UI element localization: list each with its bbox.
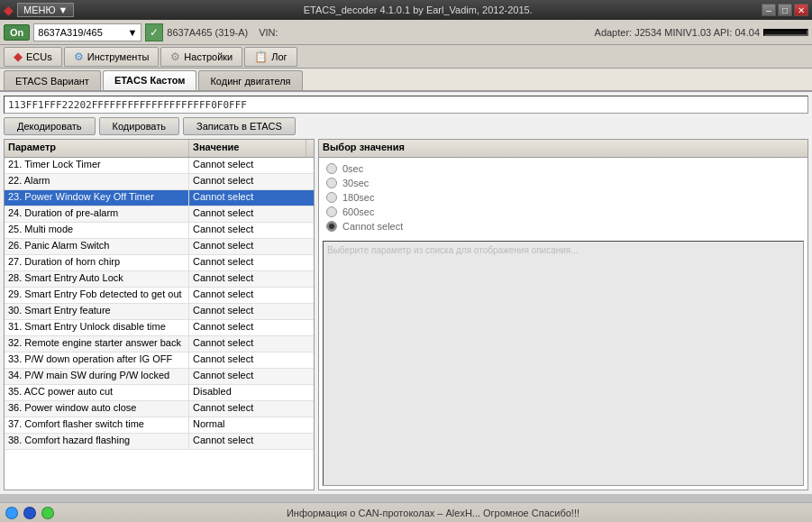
tab-engine-coding[interactable]: Кодинг двигателя xyxy=(198,70,302,90)
table-row[interactable]: 28. Smart Entry Auto Lock Cannot select xyxy=(5,271,314,288)
param-cell: 34. P/W main SW during P/W locked xyxy=(5,369,189,384)
radio-circle xyxy=(326,163,337,174)
description-area: Выберите параметр из списка для отображе… xyxy=(323,241,804,486)
table-row[interactable]: 29. Smart Entry Fob detected to get out … xyxy=(5,288,314,304)
value-cell: Cannot select xyxy=(189,158,306,173)
param-cell: 22. Alarm xyxy=(5,174,189,189)
window-title: ETACS_decoder 4.1.0.1 by Earl_Vadim, 201… xyxy=(74,5,762,15)
nav-instruments-label: Инструменты xyxy=(87,51,150,62)
device-combo[interactable]: 8637A319/465 ▼ xyxy=(33,23,141,41)
minimize-button[interactable]: – xyxy=(762,4,776,16)
param-cell: 21. Timer Lock Timer xyxy=(5,158,189,173)
value-cell: Cannot select xyxy=(189,304,306,319)
tab-etacs-custom-label: ETACS Кастом xyxy=(114,75,186,86)
param-cell: 29. Smart Entry Fob detected to get out xyxy=(5,288,189,303)
tab-etacs-variant[interactable]: ETACS Вариант xyxy=(4,70,101,90)
hex-input[interactable] xyxy=(4,96,808,114)
param-cell: 37. Comfort flasher switch time xyxy=(5,417,189,433)
instruments-icon: ⚙ xyxy=(74,50,84,63)
table-row[interactable]: 34. P/W main SW during P/W locked Cannot… xyxy=(5,369,314,385)
radio-options: 0sec 30sec 180sec 600sec Cannot select xyxy=(319,158,807,237)
radio-option-cannot-select[interactable]: Cannot select xyxy=(326,221,800,232)
combo-arrow: ▼ xyxy=(127,27,137,38)
table-area: Параметр Значение 21. Timer Lock Timer C… xyxy=(4,139,808,490)
radio-circle xyxy=(326,206,337,217)
table-row[interactable]: 38. Comfort hazard flashing Cannot selec… xyxy=(5,434,314,450)
nav-settings[interactable]: ⚙ Настройки xyxy=(160,47,242,67)
param-column-header: Параметр xyxy=(5,140,189,157)
led-display xyxy=(763,29,808,36)
button-row: Декодировать Кодировать Записать в ETACS xyxy=(4,117,808,135)
radio-label: 0sec xyxy=(342,163,363,174)
table-row[interactable]: 26. Panic Alarm Switch Cannot select xyxy=(5,239,314,255)
status-dot-3 xyxy=(41,507,54,519)
status-dot-2 xyxy=(23,507,36,519)
value-cell: Cannot select xyxy=(189,271,306,287)
param-cell: 33. P/W down operation after IG OFF xyxy=(5,353,189,368)
nav-log[interactable]: 📋 Лог xyxy=(244,47,297,67)
nav-instruments[interactable]: ⚙ Инструменты xyxy=(64,47,160,67)
value-cell: Cannot select xyxy=(189,223,306,238)
param-cell: 30. Smart Entry feature xyxy=(5,304,189,319)
table-row[interactable]: 33. P/W down operation after IG OFF Cann… xyxy=(5,353,314,369)
table-row[interactable]: 36. Power window auto close Cannot selec… xyxy=(5,401,314,417)
value-cell: Cannot select xyxy=(189,190,306,206)
value-cell: Cannot select xyxy=(189,288,306,303)
table-row[interactable]: 24. Duration of pre-alarm Cannot select xyxy=(5,206,314,223)
radio-option-600sec[interactable]: 600sec xyxy=(326,206,800,217)
nav-log-label: Лог xyxy=(271,51,287,62)
value-cell: Cannot select xyxy=(189,369,306,384)
value-selector-panel: Выбор значения 0sec 30sec 180sec 600sec … xyxy=(318,139,808,490)
check-button[interactable]: ✓ xyxy=(145,23,163,41)
radio-option-30sec[interactable]: 30sec xyxy=(326,178,800,188)
table-row[interactable]: 35. ACC power auto cut Disabled xyxy=(5,385,314,401)
table-row[interactable]: 22. Alarm Cannot select xyxy=(5,174,314,190)
param-cell: 27. Duration of horn chirp xyxy=(5,255,189,270)
nav-bar: ◆ ECUs ⚙ Инструменты ⚙ Настройки 📋 Лог xyxy=(0,45,812,69)
menu-label: МЕНЮ xyxy=(23,5,56,15)
table-row[interactable]: 21. Timer Lock Timer Cannot select xyxy=(5,158,314,174)
tab-etacs-variant-label: ETACS Вариант xyxy=(15,76,89,87)
table-row[interactable]: 25. Multi mode Cannot select xyxy=(5,223,314,239)
param-cell: 35. ACC power auto cut xyxy=(5,385,189,400)
status-dot-1 xyxy=(5,507,18,519)
value-cell: Cannot select xyxy=(189,320,306,335)
radio-circle xyxy=(326,192,337,203)
tab-etacs-custom[interactable]: ETACS Кастом xyxy=(103,70,197,90)
on-button[interactable]: On xyxy=(4,24,30,41)
value-cell: Cannot select xyxy=(189,255,306,270)
param-cell: 25. Multi mode xyxy=(5,223,189,238)
title-bar: ◆ МЕНЮ ▼ ETACS_decoder 4.1.0.1 by Earl_V… xyxy=(0,0,812,20)
table-row[interactable]: 31. Smart Entry Unlock disable time Cann… xyxy=(5,320,314,336)
radio-option-180sec[interactable]: 180sec xyxy=(326,192,800,203)
decode-button[interactable]: Декодировать xyxy=(4,117,96,135)
tab-engine-coding-label: Кодинг двигателя xyxy=(210,76,290,87)
param-cell: 26. Panic Alarm Switch xyxy=(5,239,189,254)
table-row[interactable]: 32. Remote engine starter answer back Ca… xyxy=(5,336,314,353)
adapter-info: Adapter: J2534 MINIV1.03 API: 04.04 xyxy=(595,27,760,38)
maximize-button[interactable]: □ xyxy=(778,4,792,16)
ecus-icon: ◆ xyxy=(14,50,23,63)
menu-button[interactable]: МЕНЮ ▼ xyxy=(17,3,74,17)
radio-option-0sec[interactable]: 0sec xyxy=(326,163,800,174)
table-body[interactable]: 21. Timer Lock Timer Cannot select 22. A… xyxy=(5,158,314,490)
description-text: Выберите параметр из списка для отображе… xyxy=(327,245,579,255)
table-row[interactable]: 23. Power Window Key Off Timer Cannot se… xyxy=(5,190,314,206)
table-row[interactable]: 37. Comfort flasher switch time Normal xyxy=(5,417,314,434)
param-cell: 36. Power window auto close xyxy=(5,401,189,417)
close-button[interactable]: ✕ xyxy=(794,4,808,16)
params-table: Параметр Значение 21. Timer Lock Timer C… xyxy=(4,139,315,490)
nav-settings-label: Настройки xyxy=(184,51,233,62)
nav-ecus[interactable]: ◆ ECUs xyxy=(4,47,62,67)
encode-button[interactable]: Кодировать xyxy=(99,117,179,135)
table-row[interactable]: 27. Duration of horn chirp Cannot select xyxy=(5,255,314,271)
write-etacs-button[interactable]: Записать в ETACS xyxy=(183,117,296,135)
settings-icon: ⚙ xyxy=(170,50,180,63)
radio-circle xyxy=(326,178,337,188)
param-cell: 24. Duration of pre-alarm xyxy=(5,206,189,222)
app-window: ◆ МЕНЮ ▼ ETACS_decoder 4.1.0.1 by Earl_V… xyxy=(0,0,812,522)
hex-input-row xyxy=(4,96,808,114)
radio-label: Cannot select xyxy=(342,221,403,232)
window-controls: – □ ✕ xyxy=(762,4,808,16)
table-row[interactable]: 30. Smart Entry feature Cannot select xyxy=(5,304,314,320)
